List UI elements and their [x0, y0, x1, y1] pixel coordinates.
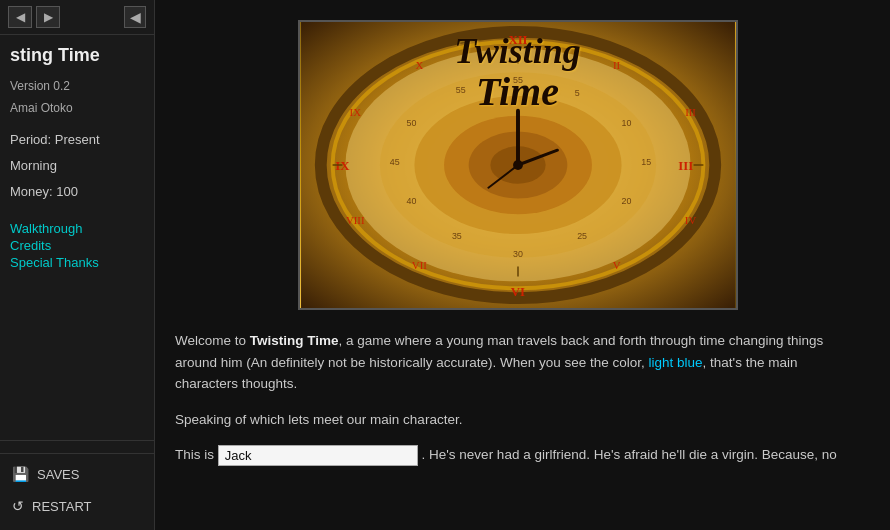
forward-button[interactable]: ▶ — [36, 6, 60, 28]
restart-icon: ↺ — [12, 498, 24, 514]
svg-text:30: 30 — [513, 249, 523, 259]
svg-text:XII: XII — [508, 33, 527, 47]
divider — [0, 453, 154, 454]
money-stat: Money: 100 — [10, 179, 144, 205]
svg-point-24 — [513, 160, 523, 170]
credits-link[interactable]: Credits — [10, 238, 144, 253]
sidebar-stats: Period: Present Morning Money: 100 — [0, 123, 154, 213]
svg-text:IX: IX — [349, 106, 361, 118]
svg-text:II: II — [613, 59, 621, 71]
svg-text:55: 55 — [455, 85, 465, 95]
svg-text:25: 25 — [577, 231, 587, 241]
saves-label: SAVES — [37, 467, 79, 482]
saves-icon: 💾 — [12, 466, 29, 482]
sidebar-meta: Version 0.2 Amai Otoko — [0, 72, 154, 123]
svg-text:VIII: VIII — [345, 214, 364, 226]
game-image: XII III VI IX II III X IX VIII VII V IV — [298, 20, 738, 310]
saves-button[interactable]: 💾 SAVES — [0, 458, 154, 490]
nav-bar: ◀ ▶ ◀ — [0, 0, 154, 35]
svg-text:III: III — [685, 106, 696, 118]
char-label-before: This is — [175, 444, 218, 466]
collapse-button[interactable]: ◀ — [124, 6, 146, 28]
svg-text:VI: VI — [510, 285, 524, 299]
svg-text:III: III — [678, 159, 693, 173]
svg-text:V: V — [612, 259, 620, 271]
svg-text:10: 10 — [621, 118, 631, 128]
character-name-input[interactable] — [218, 445, 418, 466]
restart-label: RESTART — [32, 499, 91, 514]
time-stat: Morning — [10, 153, 144, 179]
sidebar-actions: 💾 SAVES ↺ RESTART — [0, 440, 154, 530]
svg-text:55: 55 — [513, 75, 523, 85]
walkthrough-link[interactable]: Walkthrough — [10, 221, 144, 236]
svg-text:VII: VII — [411, 259, 426, 271]
back-button[interactable]: ◀ — [8, 6, 32, 28]
sidebar-links: Walkthrough Credits Special Thanks — [0, 213, 154, 274]
special-thanks-link[interactable]: Special Thanks — [10, 255, 144, 270]
svg-text:35: 35 — [451, 231, 461, 241]
main-content: XII III VI IX II III X IX VIII VII V IV — [155, 0, 890, 530]
svg-text:5: 5 — [574, 88, 579, 98]
sidebar-title: sting Time — [0, 35, 154, 72]
character-line: This is . He's never had a girlfriend. H… — [175, 444, 860, 466]
svg-text:50: 50 — [406, 118, 416, 128]
period-stat: Period: Present — [10, 127, 144, 153]
char-label-after: . He's never had a girlfriend. He's afra… — [418, 444, 837, 466]
svg-text:40: 40 — [406, 196, 416, 206]
game-name-bold: Twisting Time — [250, 333, 339, 348]
svg-text:20: 20 — [621, 196, 631, 206]
light-blue-text: light blue — [649, 355, 703, 370]
sidebar: ◀ ▶ ◀ sting Time Version 0.2 Amai Otoko … — [0, 0, 155, 530]
restart-button[interactable]: ↺ RESTART — [0, 490, 154, 522]
svg-text:15: 15 — [641, 157, 651, 167]
version-label: Version 0.2 — [10, 76, 144, 98]
svg-text:45: 45 — [389, 157, 399, 167]
intro-paragraph: Speaking of which lets meet our main cha… — [175, 409, 860, 431]
svg-text:X: X — [415, 59, 423, 71]
author-label: Amai Otoko — [10, 98, 144, 120]
welcome-paragraph: Welcome to Twisting Time, a game where a… — [175, 330, 860, 395]
svg-text:IV: IV — [684, 214, 696, 226]
